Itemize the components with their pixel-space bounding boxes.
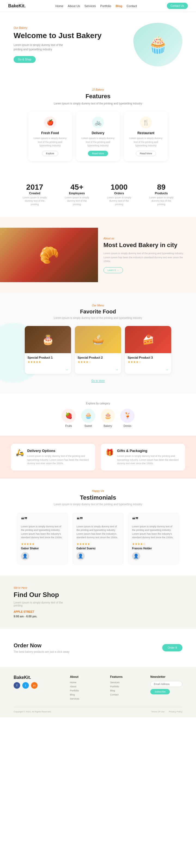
testimonial-name-2: Frances Holder — [132, 547, 175, 550]
footer-about-link-1[interactable]: About — [70, 685, 102, 688]
footer-feature-link-3[interactable]: Contact — [110, 693, 142, 696]
category-0[interactable]: 🍓 Fruits — [61, 409, 76, 428]
about-cta-button[interactable]: Learn It → — [104, 267, 123, 273]
quote-icon-1: ❝❞ — [77, 517, 119, 523]
find-title: Find Our Shop — [13, 591, 183, 599]
category-icon-1: 🧁 — [81, 409, 95, 423]
stat-desc-3: Lorem ipsum is simply dummy text of the … — [148, 196, 175, 206]
stats-grid: 2017 Created Lorem ipsum is simply dummy… — [13, 183, 183, 206]
hours-open: 9:00 am - — [13, 615, 25, 618]
nav-services[interactable]: Services — [84, 4, 96, 8]
feature-desc-0: Lorem ipsum is simply dummy text of the … — [32, 136, 68, 148]
product-stars-1: ★★★★☆ — [78, 360, 118, 364]
feature-title-0: Fresh Food — [32, 131, 68, 135]
testimonial-text-2: Lorem ipsum is simply dummy text of the … — [132, 525, 175, 539]
product-image-0: 🎂 — [25, 326, 71, 353]
stat-3: 89 Products Lorem ipsum is simply dummy … — [148, 183, 175, 206]
feature-card-0: 🍎 Fresh Food Lorem ipsum is simply dummy… — [28, 112, 72, 161]
footer-feature-link-2[interactable]: Blog — [110, 689, 142, 692]
product-name-2: Special Product 3 — [128, 356, 168, 359]
nav-logo: BakeKit. — [8, 3, 26, 8]
about-tag: About us — [104, 237, 188, 240]
nav-links: Home About Us Services Portfolio Blog Co… — [56, 4, 137, 8]
footer-brand: BakeKit. f t in — [13, 675, 62, 702]
product-image-2: 🍰 — [125, 326, 171, 353]
category-label-1: Sweet — [84, 425, 92, 428]
fav-store-link[interactable]: Go to store — [91, 379, 105, 382]
product-arrow-0[interactable]: → — [25, 367, 71, 374]
footer-about-link-0[interactable]: Home — [70, 681, 102, 684]
nav-blog[interactable]: Blog — [116, 4, 122, 8]
testimonials-desc: Lorem ipsum is simply dummy text of the … — [11, 503, 185, 506]
stat-number-1: 45+ — [63, 183, 91, 191]
about-section: 🥐 About us Most Loved Bakery in city Lor… — [0, 217, 196, 293]
footer-legal: Terms Of Use Privacy Policy — [151, 710, 183, 713]
terms-link[interactable]: Terms Of Use — [151, 710, 164, 713]
product-name-1: Special Product 2 — [78, 356, 118, 359]
feature-icon-1: 🚲 — [92, 117, 104, 128]
footer-about-link-2[interactable]: Portfolio — [70, 689, 102, 692]
footer-feature-link-1[interactable]: Portfolio — [110, 685, 142, 688]
about-desc: Lorem ipsum is simply dummy text of the … — [104, 251, 188, 263]
newsletter-subscribe-button[interactable]: Subscribe — [150, 689, 170, 694]
testimonial-stars-1: ★★★★★ — [77, 542, 119, 546]
about-image: 🥐 — [0, 228, 98, 282]
category-2[interactable]: 🎂 Bakery — [101, 409, 115, 428]
testimonials-grid: ❝❞ Lorem ipsum is simply dummy text of t… — [11, 513, 185, 565]
nav-home[interactable]: Home — [56, 4, 63, 8]
fav-desc: Lorem ipsum is simply dummy text of the … — [11, 316, 185, 319]
hero-cta-button[interactable]: Go & Shop — [13, 56, 36, 63]
footer-feature-link-0[interactable]: Services — [110, 681, 142, 684]
footer-newsletter: Newsletter Subscribe — [150, 675, 183, 702]
order-cta-button[interactable]: Order It — [162, 644, 183, 651]
delivery-desc-1: Lorem ipsum is simply dummy text of the … — [117, 455, 180, 466]
hero-desc: Lorem ipsum is simply dummy text of the … — [13, 43, 68, 52]
find-hours: 9:00 am - 6:00 pm. — [13, 615, 183, 618]
order-title: Order Now — [13, 643, 69, 649]
footer-logo: BakeKit. — [13, 675, 62, 680]
nav-portfolio[interactable]: Portfolio — [100, 4, 111, 8]
delivery-title-0: Delivery Options — [27, 449, 90, 453]
nav-about[interactable]: About Us — [68, 4, 80, 8]
product-info-2: Special Product 3 ★★★★☆ — [125, 353, 171, 367]
footer-about-title: About — [70, 675, 102, 678]
nav-cta-button[interactable]: Contact Us — [167, 3, 188, 9]
testimonial-avatar-2: 👤 — [132, 552, 140, 560]
newsletter-email-input[interactable] — [150, 681, 183, 687]
feature-cta-0[interactable]: Explore — [42, 151, 58, 156]
product-image-1: 🥧 — [75, 326, 121, 353]
testimonials-title: Testimonials — [11, 494, 185, 501]
footer-about-list: Home About Portfolio Blog Services — [70, 681, 102, 700]
product-arrow-1[interactable]: → — [75, 367, 121, 374]
feature-cta-1[interactable]: Read More — [88, 151, 108, 156]
favorite-section: Our Menu Favorite Food Lorem ipsum is si… — [0, 293, 196, 394]
delivery-info-1: Gifts & Packaging Lorem ipsum is simply … — [117, 449, 180, 466]
testimonial-avatar-0: 👤 — [21, 552, 29, 560]
categories-section: Explore by category 🍓 Fruits 🧁 Sweet 🎂 B… — [0, 394, 196, 436]
instagram-icon[interactable]: in — [31, 682, 37, 689]
hero-tag: Our Bakery — [13, 26, 133, 29]
category-3[interactable]: 🍹 Drinks — [120, 409, 135, 428]
nav-contact[interactable]: Contact — [127, 4, 137, 8]
footer-about-link-3[interactable]: Blog — [70, 693, 102, 696]
stat-number-2: 1000 — [106, 183, 133, 191]
footer-about-link-4[interactable]: Services — [70, 698, 102, 700]
facebook-icon[interactable]: f — [13, 682, 20, 689]
quote-icon-0: ❝❞ — [21, 517, 64, 523]
product-card-2: 🍰 Special Product 3 ★★★★☆ → — [125, 326, 171, 374]
feature-cta-2[interactable]: Read More — [136, 151, 156, 156]
delivery-icon-1: 🎁 — [106, 449, 114, 456]
privacy-link[interactable]: Privacy Policy — [169, 710, 183, 713]
order-desc: The best bakery products are just a clic… — [13, 650, 69, 653]
feature-title-1: Delivery — [80, 131, 116, 135]
products-grid: 🎂 Special Product 1 ★★★★★ → 🥧 Special Pr… — [11, 326, 185, 374]
stat-1: 45+ Employees Lorem ipsum is simply dumm… — [63, 183, 91, 206]
product-arrow-2[interactable]: → — [125, 367, 171, 374]
category-1[interactable]: 🧁 Sweet — [81, 409, 95, 428]
feature-desc-1: Lorem ipsum is simply dummy text of the … — [80, 136, 116, 148]
quote-icon-2: ❝❞ — [132, 517, 175, 523]
testimonial-name-1: Gabriel Suarez — [77, 547, 119, 550]
hours-close: 6:00 pm. — [26, 615, 37, 618]
categories-grid: 🍓 Fruits 🧁 Sweet 🎂 Bakery 🍹 Drinks — [11, 409, 185, 428]
twitter-icon[interactable]: t — [22, 682, 29, 689]
